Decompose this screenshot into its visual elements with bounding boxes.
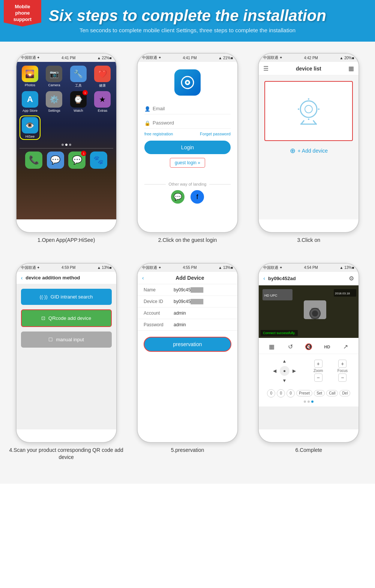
step-2: 中国联通 ✦ 4:41 PM ▲ 21%■ [129,53,246,244]
fullscreen-icon[interactable]: ↗ [340,342,351,352]
phone-mockup-4: 中国联通 ✦ 4:59 PM ▲ 13%■ ‹ device addition … [16,263,117,443]
app-settings: ⚙️ Settings [44,91,65,112]
hisee-logo [174,69,201,96]
mute-icon[interactable]: 🔇 [303,342,314,352]
phone-mockup-2: 中国联通 ✦ 4:41 PM ▲ 21%■ [137,53,238,233]
battery-3: ▲ 20%■ [340,56,354,60]
focus-label: Focus [338,369,348,373]
add-device-label: + Add device [298,148,328,154]
settings-icon-6[interactable]: ⚙ [349,275,354,282]
hd-icon[interactable]: HD [322,342,332,352]
dpad-right[interactable]: ▶ [290,366,299,376]
preservation-button[interactable]: preservation [144,337,231,352]
call-button[interactable]: Call [326,390,338,396]
health-icon: ❤️ [94,66,111,82]
form-title: Add Device [147,275,233,281]
dpad-left[interactable]: ◀ [270,366,280,376]
back-icon-5[interactable]: ‹ [142,275,144,281]
gid-search-button[interactable]: ((·)) GID intranet search [21,289,112,305]
del-button[interactable]: Del [339,390,350,396]
page-dots [259,399,358,404]
step-6: 中国联通 ✦ 4:54 PM ▲ 13%■ ‹ by09c452ad ⚙ [250,263,368,461]
password-input[interactable] [144,117,231,129]
phone-mockup-6: 中国联通 ✦ 4:54 PM ▲ 13%■ ‹ by09c452ad ⚙ [258,263,359,443]
battery-4: ▲ 13%■ [97,266,112,270]
mobile-badge: Mobile phone support [4,0,41,27]
settings-icon: ⚙️ [46,91,62,108]
manual-input-button[interactable]: ☐ manual input [21,332,112,348]
svg-point-2 [186,81,189,84]
facebook-login-icon[interactable]: f [190,190,204,204]
phone-mockup-1: 中国联通 ✦ 4:41 PM ▲ 22%■ 🌄 Photos 📷 Camera [16,53,117,233]
zoom-group: + Zoom − [314,360,323,382]
add-device-button[interactable]: ⊕ + Add device [259,147,358,155]
account-value: admin [174,310,186,316]
set-button[interactable]: Set [314,390,325,396]
app-health: ❤️ 健康 [92,66,113,88]
svg-text:2018.03.18: 2018.03.18 [335,292,350,295]
battery-2: ▲ 21%■ [218,56,233,60]
add-device-form-screen: ‹ Add Device Name by09c45████ Device ID … [138,272,237,429]
grid-icon[interactable]: ▦ [267,342,277,352]
preset-num-1: 0 [267,389,275,398]
dot-2 [308,400,310,403]
login-logo [144,69,231,96]
dpad-down[interactable]: ▼ [280,376,290,386]
email-input[interactable] [144,103,231,114]
zoom-plus[interactable]: + [314,360,322,368]
back-icon-4[interactable]: ‹ [21,275,23,281]
rotate-icon[interactable]: ↺ [285,342,296,352]
battery-5: ▲ 13%■ [218,266,233,270]
app-extras: ★ Extras [92,91,113,112]
form-name-row: Name by09c45████ [138,284,237,296]
deviceid-value: by09c45████ [174,299,203,304]
app-photos: 🌄 Photos [20,66,41,88]
camera-screen: ‹ by09c452ad ⚙ HD UPC 2018.0 [259,272,358,429]
app-hisee[interactable]: 👁️ HiSee [20,116,41,140]
header-title: Six steps to complete the installation [8,7,368,25]
other-ways-label: Other way of landing [169,182,207,186]
time-2: 4:41 PM [183,56,196,60]
dock-messages: 💬 [47,152,64,169]
step-2-label: 2.Click on the guest login [158,237,217,244]
qrcode-add-button[interactable]: ⊡ QRcode add device [21,309,112,327]
preset-button[interactable]: Preset [296,390,312,396]
keyboard-icon: ☐ [48,337,53,342]
step-6-label: 6.Complete [296,447,322,454]
wechat-login-icon[interactable]: 💬 [171,190,184,204]
login-button[interactable]: Login [144,141,231,154]
settings-label: Settings [48,109,60,112]
svg-point-6 [308,118,309,120]
guest-login-button[interactable]: guest login » [170,158,205,168]
back-icon-6[interactable]: ‹ [263,275,265,281]
add-icon: ⊕ [290,147,296,155]
email-field-row: 👤 [144,103,231,114]
step-4-label: 4.Scan your product corresponding QR cod… [8,447,125,461]
social-divider: Other way of landing [144,182,231,186]
app-appstore: A App Store [20,91,41,112]
qrcode-add-label: QRcode add device [48,315,91,321]
zoom-minus[interactable]: − [314,374,322,382]
step-3-label: 3.Click on [297,237,320,244]
app-camera: 📷 Camera [44,66,65,88]
free-reg-link[interactable]: free registration [144,132,173,136]
svg-point-7 [298,108,299,110]
dpad-up[interactable]: ▲ [280,356,290,366]
preset-row: 0 0 0 Preset Set Call Del [259,388,358,399]
step-3: 中国联通 ✦ 4:42 PM ▲ 20%■ ☰ device list ▦ [250,53,368,244]
steps-section: 中国联通 ✦ 4:41 PM ▲ 22%■ 🌄 Photos 📷 Camera [0,42,375,484]
dock: 📞 💬 💬 1 🐾 [20,148,113,172]
hisee-label: HiSee [26,135,35,138]
focus-group: + Focus − [338,360,348,382]
password-label: Password [144,322,170,327]
forget-pwd-link[interactable]: Forget password [200,132,231,136]
dpad-zoom-row: ▲ ◀ ● ▶ ▼ + [259,354,358,388]
camera-stream: HD UPC 2018.03.18 Connect successfully. [259,285,358,338]
time-3: 4:42 PM [304,56,318,60]
camera-label: Camera [48,83,60,87]
dpad-center[interactable]: ● [280,366,290,376]
focus-minus[interactable]: − [338,374,346,382]
svg-text:HD UPC: HD UPC [264,294,278,297]
focus-plus[interactable]: + [338,360,346,368]
camera-title: by09c452ad [268,276,346,281]
